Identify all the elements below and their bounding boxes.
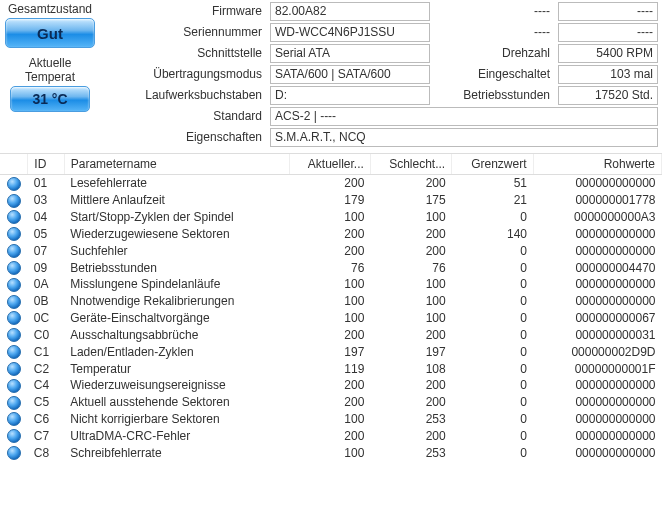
cell-raw: 000000004470 (533, 259, 661, 276)
cell-name: Suchfehler (64, 242, 289, 259)
col-header-raw[interactable]: Rohwerte (533, 154, 661, 175)
cell-id: 05 (28, 225, 64, 242)
cell-id: C5 (28, 394, 64, 411)
table-row[interactable]: C6Nicht korrigierbare Sektoren1002530000… (0, 411, 662, 428)
cell-name: Betriebsstunden (64, 259, 289, 276)
col-header-current[interactable]: Aktueller... (289, 154, 370, 175)
table-row[interactable]: 03Mittlere Anlaufzeit1791752100000000177… (0, 192, 662, 209)
table-row[interactable]: 04Start/Stopp-Zyklen der Spindel10010000… (0, 209, 662, 226)
cell-worst: 100 (370, 276, 451, 293)
cell-worst: 197 (370, 343, 451, 360)
col-header-name[interactable]: Parametername (64, 154, 289, 175)
table-row[interactable]: C5Aktuell ausstehende Sektoren2002000000… (0, 394, 662, 411)
table-row[interactable]: 09Betriebsstunden76760000000004470 (0, 259, 662, 276)
cell-name: UltraDMA-CRC-Fehler (64, 427, 289, 444)
cell-current: 76 (289, 259, 370, 276)
cell-id: C6 (28, 411, 64, 428)
table-row[interactable]: C1Laden/Entladen-Zyklen1971970000000002D… (0, 343, 662, 360)
cell-name: Geräte-Einschaltvorgänge (64, 310, 289, 327)
col-header-id[interactable]: ID (28, 154, 64, 175)
transfer-value: SATA/600 | SATA/600 (270, 65, 430, 84)
cell-current: 100 (289, 310, 370, 327)
cell-current: 200 (289, 427, 370, 444)
cell-threshold: 0 (452, 394, 533, 411)
col-header-worst[interactable]: Schlecht... (370, 154, 451, 175)
smart-table-wrap[interactable]: ID Parametername Aktueller... Schlecht..… (0, 153, 662, 493)
cell-current: 179 (289, 192, 370, 209)
cell-threshold: 0 (452, 259, 533, 276)
cell-worst: 108 (370, 360, 451, 377)
cell-name: Ausschaltungsabbrüche (64, 326, 289, 343)
cell-threshold: 0 (452, 427, 533, 444)
cell-worst: 253 (370, 411, 451, 428)
cell-threshold: 140 (452, 225, 533, 242)
cell-threshold: 0 (452, 209, 533, 226)
transfer-label: Übertragungsmodus (96, 65, 266, 84)
smart-table: ID Parametername Aktueller... Schlecht..… (0, 154, 662, 461)
table-row[interactable]: C7UltraDMA-CRC-Fehler2002000000000000000 (0, 427, 662, 444)
cell-threshold: 0 (452, 377, 533, 394)
cell-name: Aktuell ausstehende Sektoren (64, 394, 289, 411)
serial-label: Seriennummer (96, 23, 266, 42)
interface-label: Schnittstelle (96, 44, 266, 63)
cell-worst: 200 (370, 242, 451, 259)
status-orb-icon (7, 210, 21, 224)
table-row[interactable]: 07Suchfehler2002000000000000000 (0, 242, 662, 259)
cell-threshold: 0 (452, 444, 533, 461)
cell-raw: 000000000000 (533, 242, 661, 259)
cell-raw: 000000000000 (533, 411, 661, 428)
overall-status-label: Gesamtzustand (4, 2, 96, 16)
cell-threshold: 0 (452, 310, 533, 327)
blank-label-1: ---- (434, 2, 554, 21)
cell-raw: 000000000000 (533, 276, 661, 293)
table-row[interactable]: C8Schreibfehlerrate1002530000000000000 (0, 444, 662, 461)
status-orb-icon (7, 295, 21, 309)
cell-current: 200 (289, 377, 370, 394)
cell-current: 100 (289, 293, 370, 310)
cell-raw: 000000000000 (533, 444, 661, 461)
table-row[interactable]: 0AMisslungene Spindelanläufe100100000000… (0, 276, 662, 293)
status-orb-icon (7, 328, 21, 342)
cell-name: Lesefehlerrate (64, 175, 289, 192)
cell-name: Laden/Entladen-Zyklen (64, 343, 289, 360)
features-label: Eigenschaften (96, 128, 266, 147)
cell-current: 200 (289, 242, 370, 259)
cell-name: Start/Stopp-Zyklen der Spindel (64, 209, 289, 226)
table-row[interactable]: 05Wiederzugewiesene Sektoren200200140000… (0, 225, 662, 242)
col-header-threshold[interactable]: Grenzwert (452, 154, 533, 175)
cell-threshold: 0 (452, 326, 533, 343)
cell-raw: 000000000000 (533, 225, 661, 242)
cell-raw: 000000001778 (533, 192, 661, 209)
table-row[interactable]: C2Temperatur119108000000000001F (0, 360, 662, 377)
cell-current: 100 (289, 411, 370, 428)
cell-name: Schreibfehlerrate (64, 444, 289, 461)
cell-raw: 000000000031 (533, 326, 661, 343)
blank-label-2: ---- (434, 23, 554, 42)
table-row[interactable]: 01Lesefehlerrate20020051000000000000 (0, 175, 662, 192)
cell-worst: 200 (370, 225, 451, 242)
cell-threshold: 0 (452, 276, 533, 293)
table-row[interactable]: 0CGeräte-Einschaltvorgänge10010000000000… (0, 310, 662, 327)
cell-current: 200 (289, 225, 370, 242)
overall-status-badge: Gut (5, 18, 95, 48)
drive-value: D: (270, 86, 430, 105)
cell-threshold: 0 (452, 360, 533, 377)
cell-name: Wiederzuweisungsereignisse (64, 377, 289, 394)
cell-raw: 000000000000 (533, 394, 661, 411)
cell-id: C2 (28, 360, 64, 377)
cell-name: Wiederzugewiesene Sektoren (64, 225, 289, 242)
cell-worst: 76 (370, 259, 451, 276)
table-row[interactable]: 0BNnotwendige Rekalibrierungen1001000000… (0, 293, 662, 310)
table-row[interactable]: C4Wiederzuweisungsereignisse200200000000… (0, 377, 662, 394)
cell-threshold: 0 (452, 411, 533, 428)
status-orb-icon (7, 446, 21, 460)
cell-worst: 253 (370, 444, 451, 461)
cell-id: 07 (28, 242, 64, 259)
standard-label: Standard (96, 107, 266, 126)
status-orb-icon (7, 177, 21, 191)
status-orb-icon (7, 412, 21, 426)
hours-value: 17520 Std. (558, 86, 658, 105)
table-row[interactable]: C0Ausschaltungsabbrüche20020000000000000… (0, 326, 662, 343)
status-orb-icon (7, 345, 21, 359)
col-header-icon[interactable] (0, 154, 28, 175)
